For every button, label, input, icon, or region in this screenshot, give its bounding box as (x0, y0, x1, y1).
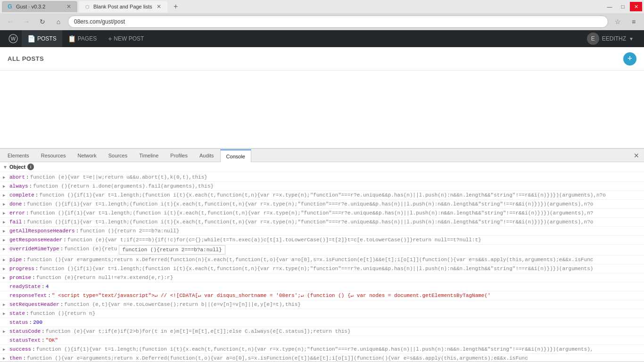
console-line-state: ▶ state: function (){return n} (0, 309, 644, 318)
devtools-tabs: Elements Resources Network Sources Timel… (0, 149, 644, 162)
user-avatar: E (587, 33, 599, 45)
devtools-tab-elements[interactable]: Elements (2, 149, 35, 162)
toggle-state[interactable]: ▶ (3, 310, 5, 318)
console-line-progress: ▶ progress: function (){if(1){var t=1.le… (0, 264, 644, 273)
wp-logo[interactable]: W (5, 30, 22, 47)
svg-text:W: W (11, 36, 16, 41)
devtools-content: ▼ Object i ▶ abort: function (e){var t=e… (0, 162, 644, 362)
url-text: 08ers.com/gust/post (74, 18, 125, 25)
console-line-statusCode: ▶ statusCode: function (e){var t;if(e)if… (0, 327, 644, 336)
tab-gust[interactable]: G Gust · v0.3.2 ✕ (2, 1, 77, 12)
console-line-statusText: ▶ statusText: "OK" (0, 336, 644, 345)
posts-icon: 📄 (27, 35, 35, 42)
all-posts-title: ALL POSTS (8, 55, 44, 62)
minimize-button[interactable]: — (603, 2, 616, 11)
devtools-close-button[interactable]: ✕ (631, 150, 642, 161)
console-line-overrideMimeType: ▶ overrideMimeType: function (e){retufun… (0, 245, 644, 255)
tab-blank-post[interactable]: ⬡ Blank Post and Page lists ✕ (79, 1, 167, 12)
toggle-then[interactable]: ▶ (3, 355, 5, 362)
console-line-getAllResponseHeaders: ▶ getAllResponseHeaders: function (){ret… (0, 227, 644, 236)
menu-button[interactable]: ≡ (627, 15, 640, 28)
console-line-promise: ▶ promise: function (e){return null!=e?x… (0, 273, 644, 282)
object-badge: i (27, 164, 34, 170)
console-line-error: ▶ error: function (){if(1){var t=1.lengt… (0, 209, 644, 218)
console-line-done: ▶ done: function (){if(1){var t=1.length… (0, 200, 644, 209)
reload-button[interactable]: ↻ (36, 15, 49, 28)
user-dropdown-icon: ▼ (629, 36, 634, 41)
pages-icon: 📋 (68, 35, 76, 42)
forward-button[interactable]: → (20, 15, 33, 28)
toggle-progress[interactable]: ▶ (3, 265, 5, 273)
user-name: EEDITHZ (602, 35, 626, 42)
toggle-overrideMimeType[interactable]: ▶ (3, 246, 5, 253)
devtools-tab-audits[interactable]: Audits (194, 149, 220, 162)
tab-favicon-blank: ⬡ (84, 3, 91, 10)
devtools-tab-network[interactable]: Network (72, 149, 102, 162)
object-label: Object (9, 164, 25, 170)
tab-close-gust[interactable]: ✕ (65, 3, 73, 10)
console-line-fail: ▶ fail: function (){if(1){var t=1.length… (0, 218, 644, 227)
maximize-button[interactable]: □ (617, 2, 629, 11)
posts-bar: ALL POSTS + (0, 47, 644, 71)
toggle-always[interactable]: ▶ (3, 183, 5, 190)
toggle-error[interactable]: ▶ (3, 210, 5, 217)
wp-posts-item[interactable]: 📄 POSTS (22, 30, 62, 47)
title-bar: G Gust · v0.3.2 ✕ ⬡ Blank Post and Page … (0, 0, 644, 13)
pages-label: PAGES (78, 35, 97, 42)
devtools-tab-console[interactable]: Console (220, 149, 251, 163)
wp-pages-item[interactable]: 📋 PAGES (62, 30, 102, 47)
object-header: ▼ Object i (0, 162, 644, 172)
console-output: ▶ abort: function (e){var t=e||w;return … (0, 172, 644, 362)
devtools-tab-timeline[interactable]: Timeline (133, 149, 165, 162)
toggle-pipe[interactable]: ▶ (3, 256, 5, 264)
toggle-getAllResponseHeaders[interactable]: ▶ (3, 228, 5, 235)
devtools-tab-resources[interactable]: Resources (35, 149, 72, 162)
console-line-status: ▶ status: 200 (0, 318, 644, 327)
toggle-getResponseHeader[interactable]: ▶ (3, 237, 5, 244)
posts-label: POSTS (37, 35, 57, 42)
home-button[interactable]: ⌂ (52, 15, 65, 28)
user-info[interactable]: E EEDITHZ ▼ (581, 30, 639, 47)
devtools-tab-profiles[interactable]: Profiles (165, 149, 194, 162)
wp-admin-bar-right: E EEDITHZ ▼ (581, 30, 639, 47)
window-controls: — □ ✕ (603, 2, 642, 11)
toggle-done[interactable]: ▶ (3, 201, 5, 208)
address-bar: ← → ↻ ⌂ 08ers.com/gust/post ☆ ≡ (0, 13, 644, 30)
console-line-getResponseHeader: ▶ getResponseHeader: function (e){var t;… (0, 236, 644, 245)
devtools-tab-sources[interactable]: Sources (103, 149, 133, 162)
console-line-then: ▶ then: function (){var e=arguments;retu… (0, 354, 644, 362)
new-tab-button[interactable]: + (169, 1, 182, 12)
toggle-success[interactable]: ▶ (3, 346, 5, 354)
toggle-statusCode[interactable]: ▶ (3, 328, 5, 336)
toggle-fail[interactable]: ▶ (3, 219, 5, 226)
toggle-promise[interactable]: ▶ (3, 274, 5, 282)
console-line-complete: ▶ complete: function (){if(1){var t=1.le… (0, 191, 644, 200)
tab-title-gust: Gust · v0.3.2 (16, 4, 62, 9)
console-line-responseText: ▶ responseText: " <script type="text/jav… (0, 291, 644, 300)
url-bar[interactable]: 08ers.com/gust/post (68, 16, 608, 28)
browser-chrome: G Gust · v0.3.2 ✕ ⬡ Blank Post and Page … (0, 0, 644, 30)
console-line-pipe: ▶ pipe: function (){var e=arguments;retu… (0, 255, 644, 264)
devtools-panel: Elements Resources Network Sources Timel… (0, 148, 644, 362)
console-line-setRequestHeader: ▶ setRequestHeader: function (e,t){var n… (0, 300, 644, 309)
content-area: ALL POSTS + (0, 47, 644, 148)
new-post-icon: + (108, 35, 112, 42)
bookmark-button[interactable]: ☆ (611, 15, 624, 28)
object-expand-arrow[interactable]: ▼ (3, 165, 8, 170)
tab-close-blank[interactable]: ✕ (155, 3, 163, 10)
toggle-setRequestHeader[interactable]: ▶ (3, 301, 5, 309)
posts-list (0, 71, 644, 148)
new-post-label: NEW POST (114, 35, 144, 42)
console-line-readyState: ▶ readyState: 4 (0, 282, 644, 291)
console-line-always: ▶ always: function (){return i.done(argu… (0, 182, 644, 191)
close-button[interactable]: ✕ (630, 2, 642, 11)
add-post-button[interactable]: + (623, 52, 636, 66)
wp-new-post-item[interactable]: + NEW POST (102, 30, 149, 47)
toggle-abort[interactable]: ▶ (3, 174, 5, 181)
tooltip-overrideMimeType: function (){return 2===b?a:null} (119, 245, 225, 255)
toggle-complete[interactable]: ▶ (3, 192, 5, 199)
console-line-success: ▶ success: function (){if(1){var t=1.len… (0, 345, 644, 354)
console-line-abort: ▶ abort: function (e){var t=e||w;return … (0, 173, 644, 182)
wp-admin-bar: W 📄 POSTS 📋 PAGES + NEW POST E EEDITHZ ▼ (0, 30, 644, 47)
back-button[interactable]: ← (4, 15, 17, 28)
